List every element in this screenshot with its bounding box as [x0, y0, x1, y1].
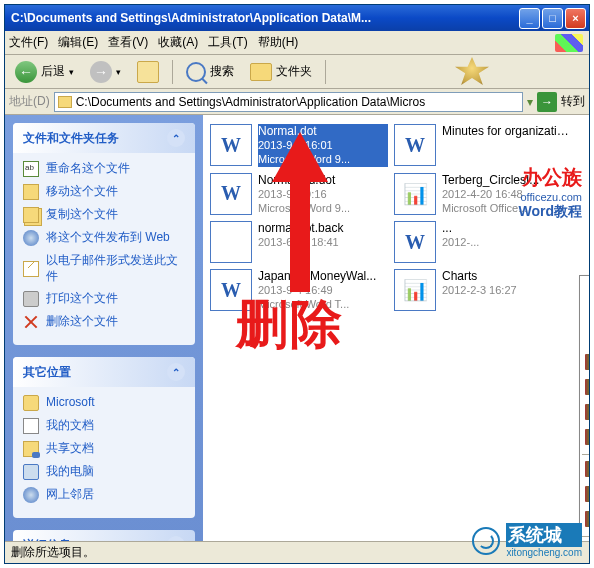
- up-folder-icon: [137, 61, 159, 83]
- tasks-panel-header[interactable]: 文件和文件夹任务 ⌃: [13, 123, 195, 153]
- documents-icon: [23, 418, 39, 434]
- file-date: 2013-9-5 9:16: [258, 187, 388, 201]
- menu-add-normal-zip[interactable]: 添加到 "Normal.zip" (T): [580, 376, 589, 401]
- place-network[interactable]: 网上邻居: [23, 487, 185, 503]
- archive-icon: [585, 486, 589, 502]
- task-delete[interactable]: 删除这个文件: [23, 314, 185, 330]
- search-button[interactable]: 搜索: [180, 59, 240, 85]
- task-rename[interactable]: 重命名这个文件: [23, 161, 185, 177]
- menu-add-normal-zip-2[interactable]: 添加到 "Normal.zip" (T): [580, 483, 589, 508]
- file-name: Normal.dot: [258, 124, 388, 138]
- folders-label: 文件夹: [276, 63, 312, 80]
- task-copy[interactable]: 复制这个文件: [23, 207, 185, 223]
- file-type-icon: [394, 221, 436, 263]
- menu-other-compress[interactable]: 其他压缩命令▸: [580, 426, 589, 451]
- mail-icon: [23, 261, 39, 277]
- menubar: 文件(F) 编辑(E) 查看(V) 收藏(A) 工具(T) 帮助(H): [5, 31, 589, 55]
- details-panel-header[interactable]: 详细信息 ⌄: [13, 530, 195, 541]
- back-label: 后退: [41, 63, 65, 80]
- file-date: 2012-2-3 16:27: [442, 283, 572, 297]
- file-type: Microsoft Word T...: [258, 297, 388, 311]
- place-mydocs[interactable]: 我的文档: [23, 418, 185, 434]
- forward-button[interactable]: → ▾: [84, 58, 127, 86]
- folder-icon: [23, 395, 39, 411]
- archive-icon: [585, 354, 589, 370]
- file-type-icon: [210, 124, 252, 166]
- address-dropdown-icon[interactable]: ▾: [527, 95, 533, 109]
- menu-print[interactable]: 打印(P): [580, 326, 589, 351]
- shared-folder-icon: [23, 441, 39, 457]
- file-type-icon: [210, 221, 252, 263]
- file-type: Microsoft Word 9...: [258, 152, 388, 166]
- sidebar: 文件和文件夹任务 ⌃ 重命名这个文件 移动这个文件 复制这个文件 将这个文件发布…: [5, 115, 203, 541]
- file-item[interactable]: JapaneseMoneyWal...2013-9-4 16:49Microso…: [207, 266, 391, 315]
- other-panel-header[interactable]: 其它位置 ⌃: [13, 357, 195, 387]
- back-button[interactable]: ← 后退 ▾: [9, 58, 80, 86]
- network-icon: [23, 487, 39, 503]
- archive-icon: [585, 511, 589, 527]
- place-shared[interactable]: 共享文档: [23, 441, 185, 457]
- folders-button[interactable]: 文件夹: [244, 60, 318, 84]
- file-item[interactable]: Normal.dot2013-9-5 16:01Microsoft Word 9…: [207, 121, 391, 170]
- rename-icon: [23, 161, 39, 177]
- task-email[interactable]: 以电子邮件形式发送此文件: [23, 253, 185, 284]
- watermark-officezu: 办公族 officezu.com Word教程: [518, 164, 582, 221]
- menu-open[interactable]: 打开(O): [580, 301, 589, 326]
- place-microsoft[interactable]: Microsoft: [23, 395, 185, 411]
- chevron-down-icon: ▾: [69, 67, 74, 77]
- back-arrow-icon: ←: [15, 61, 37, 83]
- collapse-icon: ⌃: [167, 129, 185, 147]
- forward-arrow-icon: →: [90, 61, 112, 83]
- file-type-icon: [210, 173, 252, 215]
- up-button[interactable]: [131, 58, 165, 86]
- collapse-icon: ⌃: [167, 363, 185, 381]
- search-label: 搜索: [210, 63, 234, 80]
- menu-file[interactable]: 文件(F): [9, 34, 48, 51]
- menu-help[interactable]: 帮助(H): [258, 34, 299, 51]
- address-path: C:\Documents and Settings\Administrator\…: [76, 95, 425, 109]
- file-item[interactable]: normal.dot.back2013-6-27 18:41: [207, 218, 391, 266]
- menu-new[interactable]: 新建(W): [580, 276, 589, 301]
- maximize-button[interactable]: □: [542, 8, 563, 29]
- search-icon: [186, 62, 206, 82]
- file-name: JapaneseMoneyWal...: [258, 269, 388, 283]
- folder-icon: [58, 96, 72, 108]
- file-type-icon: [394, 269, 436, 311]
- other-panel-title: 其它位置: [23, 364, 71, 381]
- task-move[interactable]: 移动这个文件: [23, 184, 185, 200]
- computer-icon: [23, 464, 39, 480]
- task-print[interactable]: 打印这个文件: [23, 291, 185, 307]
- file-type-icon: [210, 269, 252, 311]
- file-type-icon: [394, 124, 436, 166]
- watermark-xitongcheng: 系统城 xitongcheng.com: [472, 523, 582, 558]
- address-label: 地址(D): [9, 93, 50, 110]
- menu-add-archive[interactable]: 添加到压缩文件(A)...: [580, 351, 589, 376]
- file-item[interactable]: ...2012-...: [391, 218, 575, 266]
- menu-tools[interactable]: 工具(T): [208, 34, 247, 51]
- file-date: 2013-9-5 16:01: [258, 138, 388, 152]
- file-item[interactable]: Minutes for organization...: [391, 121, 575, 170]
- tasks-panel-title: 文件和文件夹任务: [23, 130, 119, 147]
- print-icon: [23, 291, 39, 307]
- go-label[interactable]: 转到: [561, 93, 585, 110]
- close-button[interactable]: ×: [565, 8, 586, 29]
- menu-add-archive-2[interactable]: 添加到压缩文件(A)...: [580, 458, 589, 483]
- place-computer[interactable]: 我的电脑: [23, 464, 185, 480]
- task-publish-web[interactable]: 将这个文件发布到 Web: [23, 230, 185, 246]
- file-name: Charts: [442, 269, 572, 283]
- file-item[interactable]: Charts2012-2-3 16:27: [391, 266, 575, 315]
- archive-icon: [585, 379, 589, 395]
- folder-icon: [250, 63, 272, 81]
- menu-view[interactable]: 查看(V): [108, 34, 148, 51]
- status-text: 删除所选项目。: [11, 544, 95, 561]
- go-button[interactable]: →: [537, 92, 557, 112]
- menu-edit[interactable]: 编辑(E): [58, 34, 98, 51]
- menu-add-zip-mail[interactable]: 添加到 "Normal.zip" 并邮件: [580, 401, 589, 426]
- menu-favorites[interactable]: 收藏(A): [158, 34, 198, 51]
- minimize-button[interactable]: _: [519, 8, 540, 29]
- address-input[interactable]: C:\Documents and Settings\Administrator\…: [54, 92, 523, 112]
- emblem-icon: [455, 57, 489, 85]
- copy-icon: [23, 207, 39, 223]
- archive-icon: [585, 461, 589, 477]
- file-item[interactable]: NormalOld.dot2013-9-5 9:16Microsoft Word…: [207, 170, 391, 219]
